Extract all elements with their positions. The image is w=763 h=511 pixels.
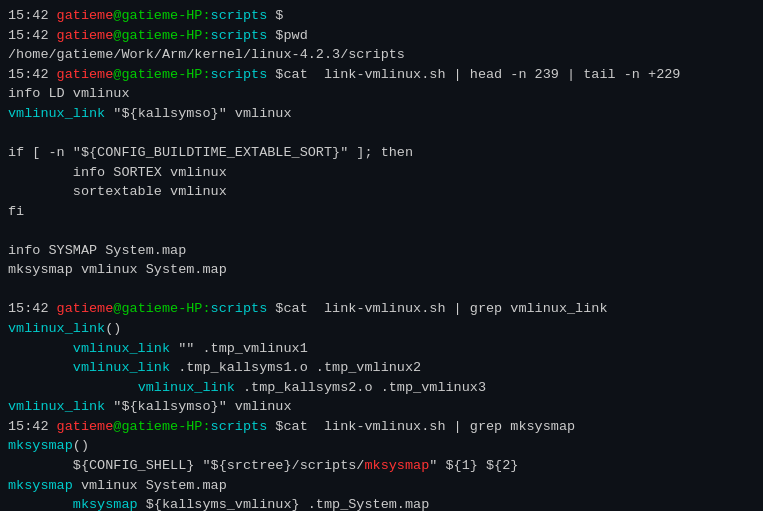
terminal-text: vmlinux_link <box>8 399 105 414</box>
terminal-line: vmlinux_link "${kallsymso}" vmlinux <box>8 104 755 124</box>
terminal-line: info SORTEX vmlinux <box>8 163 755 183</box>
terminal-text <box>8 380 138 395</box>
terminal-line: 15:42 gatieme@gatieme-HP:scripts $pwd <box>8 26 755 46</box>
terminal-text: mksysmap <box>8 478 73 493</box>
terminal-text: vmlinux_link <box>8 106 113 121</box>
terminal-text: info SYSMAP System.map <box>8 243 186 258</box>
terminal-text: $pwd <box>267 28 308 43</box>
terminal-text: gatieme <box>57 67 114 82</box>
terminal-text: gatieme <box>57 419 114 434</box>
terminal-text: /home/gatieme/Work/Arm/kernel/linux-4.2.… <box>8 47 405 62</box>
terminal-text: @gatieme-HP: <box>113 28 210 43</box>
terminal-text: @gatieme-HP: <box>113 301 210 316</box>
terminal-text: .tmp_kallsyms2.o .tmp_vmlinux3 <box>235 380 486 395</box>
terminal-line: mksysmap vmlinux System.map <box>8 260 755 280</box>
terminal-line: mksysmap() <box>8 436 755 456</box>
terminal-line: 15:42 gatieme@gatieme-HP:scripts $ <box>8 6 755 26</box>
terminal-line <box>8 221 755 241</box>
terminal-text <box>8 497 73 511</box>
terminal-text: 15:42 <box>8 419 57 434</box>
terminal-text: scripts <box>211 28 268 43</box>
terminal-text: 15:42 <box>8 8 57 23</box>
terminal-text: @gatieme-HP: <box>113 419 210 434</box>
terminal-text: mksysmap <box>364 458 429 473</box>
terminal-text: info LD vmlinux <box>8 86 130 101</box>
terminal-line: vmlinux_link .tmp_kallsyms2.o .tmp_vmlin… <box>8 378 755 398</box>
terminal-line: if [ -n "${CONFIG_BUILDTIME_EXTABLE_SORT… <box>8 143 755 163</box>
terminal-text: "${kallsymso}" vmlinux <box>105 399 291 414</box>
terminal-text: $ <box>267 8 283 23</box>
terminal-text: .tmp_kallsyms1.o .tmp_vmlinux2 <box>170 360 421 375</box>
terminal-line: ${CONFIG_SHELL} "${srctree}/scripts/mksy… <box>8 456 755 476</box>
terminal-text: ${CONFIG_SHELL} "${srctree}/scripts/ <box>8 458 364 473</box>
terminal-text: vmlinux_link <box>73 341 170 356</box>
terminal-text: ${kallsyms_vmlinux} .tmp_System.map <box>138 497 430 511</box>
terminal-line: mksysmap vmlinux System.map <box>8 476 755 496</box>
terminal-line: 15:42 gatieme@gatieme-HP:scripts $cat li… <box>8 65 755 85</box>
terminal-line: sortextable vmlinux <box>8 182 755 202</box>
terminal-text: sortextable vmlinux <box>8 184 227 199</box>
terminal-text: vmlinux_link <box>138 380 235 395</box>
terminal-text: $cat link-vmlinux.sh | grep vmlinux_link <box>267 301 607 316</box>
terminal-text: () <box>73 438 89 453</box>
terminal: 15:42 gatieme@gatieme-HP:scripts $15:42 … <box>8 6 755 505</box>
terminal-text: @gatieme-HP: <box>113 67 210 82</box>
terminal-line: vmlinux_link "" .tmp_vmlinux1 <box>8 339 755 359</box>
terminal-line: vmlinux_link .tmp_kallsyms1.o .tmp_vmlin… <box>8 358 755 378</box>
terminal-line: info LD vmlinux <box>8 84 755 104</box>
terminal-text: @gatieme-HP: <box>113 8 210 23</box>
terminal-text: info SORTEX vmlinux <box>8 165 227 180</box>
terminal-text: 15:42 <box>8 301 57 316</box>
terminal-text: scripts <box>211 67 268 82</box>
terminal-text: () <box>105 321 121 336</box>
terminal-text <box>8 341 73 356</box>
terminal-text: scripts <box>211 8 268 23</box>
terminal-text: gatieme <box>57 8 114 23</box>
terminal-line: fi <box>8 202 755 222</box>
terminal-line: 15:42 gatieme@gatieme-HP:scripts $cat li… <box>8 299 755 319</box>
terminal-text: $cat link-vmlinux.sh | head -n 239 | tai… <box>267 67 680 82</box>
terminal-line: vmlinux_link() <box>8 319 755 339</box>
terminal-text: scripts <box>211 301 268 316</box>
terminal-text: gatieme <box>57 301 114 316</box>
terminal-text: if [ -n "${CONFIG_BUILDTIME_EXTABLE_SORT… <box>8 145 413 160</box>
terminal-text: mksysmap <box>73 497 138 511</box>
terminal-line <box>8 280 755 300</box>
terminal-text: $cat link-vmlinux.sh | grep mksysmap <box>267 419 575 434</box>
terminal-text: "${kallsymso}" vmlinux <box>113 106 291 121</box>
terminal-line: 15:42 gatieme@gatieme-HP:scripts $cat li… <box>8 417 755 437</box>
terminal-text: vmlinux_link <box>73 360 170 375</box>
terminal-line: mksysmap ${kallsyms_vmlinux} .tmp_System… <box>8 495 755 511</box>
terminal-text <box>8 360 73 375</box>
terminal-line: /home/gatieme/Work/Arm/kernel/linux-4.2.… <box>8 45 755 65</box>
terminal-text: vmlinux System.map <box>73 478 227 493</box>
terminal-text: mksysmap <box>8 438 73 453</box>
terminal-line: vmlinux_link "${kallsymso}" vmlinux <box>8 397 755 417</box>
terminal-line <box>8 123 755 143</box>
terminal-text: mksysmap vmlinux System.map <box>8 262 227 277</box>
terminal-text: " ${1} ${2} <box>429 458 518 473</box>
terminal-text: 15:42 <box>8 28 57 43</box>
terminal-line: info SYSMAP System.map <box>8 241 755 261</box>
terminal-text: fi <box>8 204 24 219</box>
terminal-text: vmlinux_link <box>8 321 105 336</box>
terminal-text: gatieme <box>57 28 114 43</box>
terminal-text: scripts <box>211 419 268 434</box>
terminal-text: 15:42 <box>8 67 57 82</box>
terminal-text: "" .tmp_vmlinux1 <box>170 341 308 356</box>
